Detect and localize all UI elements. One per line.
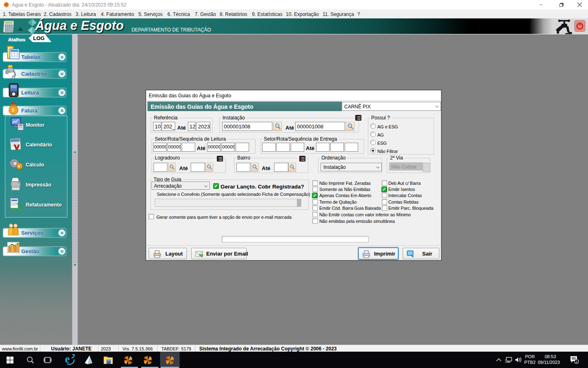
svg-text:1: 1 <box>576 360 578 364</box>
svg-text:$: $ <box>12 108 14 112</box>
